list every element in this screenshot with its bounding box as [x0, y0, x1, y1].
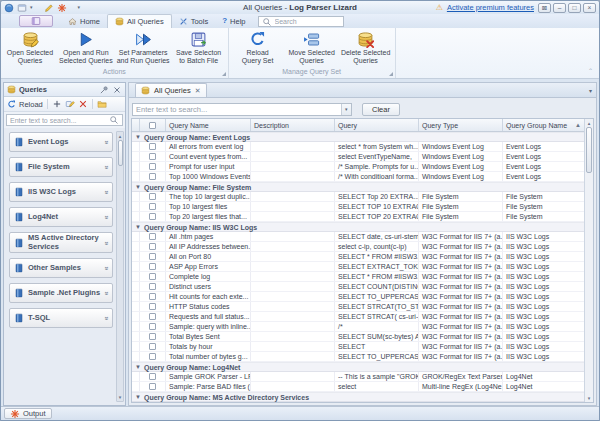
row-checkbox[interactable]: [149, 243, 156, 250]
scroll-down-icon[interactable]: ▾: [119, 394, 122, 400]
scroll-up-icon[interactable]: ▴: [588, 120, 591, 126]
sidebar-item-t-sql[interactable]: T-SQL»: [9, 308, 113, 328]
chevron-double-icon[interactable]: »: [103, 191, 111, 194]
group-row[interactable]: ▼Query Group Name: IIS W3C Logs: [132, 222, 584, 232]
row-checkbox[interactable]: [149, 383, 156, 390]
chevron-double-icon[interactable]: »: [103, 292, 111, 295]
combo-dropdown-button[interactable]: ▾: [341, 104, 352, 115]
table-row[interactable]: Sample GROK Parser - LP...-- This is a s…: [132, 372, 584, 382]
dialog-launcher-icon[interactable]: [389, 72, 393, 76]
group-row[interactable]: ▼Query Group Name: Event Logs: [132, 132, 584, 142]
select-all-checkbox[interactable]: [149, 122, 156, 129]
table-row[interactable]: HTTP Status codesSELECT STRCAT(TO_ST...W…: [132, 302, 584, 312]
reload-icon[interactable]: [7, 100, 16, 109]
table-row[interactable]: Sample: Parse BAD files (...selectMulti-…: [132, 382, 584, 392]
maximize-button[interactable]: □: [568, 3, 581, 13]
row-checkbox[interactable]: [149, 213, 156, 220]
sidebar-item-file-system[interactable]: File System»: [9, 157, 113, 177]
row-checkbox[interactable]: [149, 233, 156, 240]
add-query-icon[interactable]: [52, 99, 62, 109]
table-row[interactable]: Complete logSELECT * FROM #IISW3...W3C F…: [132, 272, 584, 282]
output-button[interactable]: Output: [4, 408, 52, 419]
tab-all-queries[interactable]: All Queries ✕: [135, 83, 207, 97]
table-row[interactable]: Sample: query with inline.../*W3C Format…: [132, 322, 584, 332]
row-checkbox[interactable]: [149, 263, 156, 270]
filter-input[interactable]: [133, 105, 341, 114]
chevron-double-icon[interactable]: »: [103, 141, 111, 144]
row-checkbox[interactable]: [149, 323, 156, 330]
column-header-query-type[interactable]: Query Type: [419, 119, 503, 131]
scroll-down-icon[interactable]: ▾: [588, 395, 591, 401]
folder-icon[interactable]: [97, 99, 107, 109]
reload-query-set-button[interactable]: ReloadQuery Set: [231, 30, 285, 66]
sidebar-item-log4net[interactable]: Log4Net»: [9, 207, 113, 227]
sidebar-item-other-samples[interactable]: Other Samples»: [9, 258, 113, 278]
table-row[interactable]: All .htm pagesSELECT date, cs-uri-stemW3…: [132, 232, 584, 242]
open-and-run-selected-queries-button[interactable]: Open and RunSelected Queries: [57, 30, 115, 66]
grid-vertical-scrollbar[interactable]: ▴ ▾: [584, 119, 593, 402]
group-row[interactable]: ▼Query Group Name: MS Active Directory S…: [132, 392, 584, 402]
row-checkbox[interactable]: [149, 303, 156, 310]
pin-icon[interactable]: [99, 85, 109, 95]
tab-list-dropdown-icon[interactable]: ▾: [589, 87, 592, 94]
collapse-group-icon[interactable]: ▼: [135, 184, 141, 190]
row-checkbox[interactable]: [149, 313, 156, 320]
sidebar-search-input[interactable]: [10, 117, 107, 124]
dialog-launcher-icon[interactable]: [222, 72, 226, 76]
row-checkbox[interactable]: [149, 203, 156, 210]
sidebar-search-box[interactable]: [6, 114, 123, 126]
column-header-query-group-name[interactable]: Query Group Name▲: [503, 119, 584, 131]
scroll-thumb[interactable]: [586, 127, 592, 173]
column-header-query-name[interactable]: Query Name: [166, 119, 251, 131]
table-row[interactable]: Distinct usersSELECT COUNT(DISTINC...W3C…: [132, 282, 584, 292]
table-row[interactable]: Count event types from...select EventTyp…: [132, 152, 584, 162]
chevron-double-icon[interactable]: »: [103, 216, 111, 219]
ribbon-tab-home[interactable]: Home: [61, 14, 107, 28]
table-row[interactable]: Hit counts for each exte...SELECT TO_UPP…: [132, 292, 584, 302]
open-selected-queries-button[interactable]: Open SelectedQueries: [3, 30, 57, 66]
pencil-icon[interactable]: [44, 3, 54, 13]
table-row[interactable]: Requests and full status...SELECT STRCAT…: [132, 312, 584, 322]
column-header-query[interactable]: Query: [335, 119, 419, 131]
row-checkbox[interactable]: [149, 333, 156, 340]
row-checkbox[interactable]: [149, 343, 156, 350]
set-parameters-and-run-queries-button[interactable]: Set Parametersand Run Queries: [115, 30, 172, 66]
ribbon-tab-all-queries[interactable]: All Queries: [107, 14, 172, 28]
filter-combo[interactable]: ▾: [132, 103, 352, 116]
ribbon-search-box[interactable]: [258, 16, 344, 27]
delete-selected-queries-button[interactable]: Delete SelectedQueries: [339, 30, 393, 66]
table-row[interactable]: Top 1000 Windows Events/* With conditioa…: [132, 172, 584, 182]
row-checkbox[interactable]: [149, 293, 156, 300]
table-row[interactable]: Prompt for user input/* Sample. Prompts …: [132, 162, 584, 172]
table-row[interactable]: All on Port 80SELECT * FROM #IISW3...W3C…: [132, 252, 584, 262]
collapse-ribbon-icon[interactable]: ⌃: [588, 67, 593, 74]
sidebar-item-sample-net-plugins[interactable]: Sample .Net Plugins»: [9, 283, 113, 303]
row-checkbox[interactable]: [149, 153, 156, 160]
row-checkbox[interactable]: [149, 193, 156, 200]
scroll-up-icon[interactable]: ▴: [119, 133, 122, 139]
group-row[interactable]: ▼Query Group Name: File System: [132, 182, 584, 192]
move-selected-queries-button[interactable]: Move SelectedQueries: [285, 30, 339, 66]
edit-pencil-icon[interactable]: [65, 99, 75, 109]
qat-customize-arrow-icon[interactable]: ▾: [78, 5, 81, 10]
table-row[interactable]: ASP App ErrorsSELECT EXTRACT_TOKE...W3C …: [132, 262, 584, 272]
ribbon-search-input[interactable]: [275, 18, 340, 25]
group-row[interactable]: ▼Query Group Name: Log4Net: [132, 362, 584, 372]
chevron-double-icon[interactable]: »: [103, 166, 111, 169]
delete-red-x-icon[interactable]: [78, 99, 88, 109]
save-selecton-to-batch-file-button[interactable]: Save Selectonto Batch File: [172, 30, 226, 66]
star-burst-icon[interactable]: [57, 3, 67, 13]
ribbon-tab-help[interactable]: ?Help: [215, 14, 252, 28]
window-layout-icon[interactable]: [17, 3, 27, 13]
chevron-double-icon[interactable]: »: [103, 317, 111, 320]
reload-button[interactable]: Reload: [19, 100, 43, 109]
collapse-group-icon[interactable]: ▼: [135, 394, 141, 400]
dropdown-arrow-icon[interactable]: ▾: [30, 5, 33, 10]
application-menu-button[interactable]: [19, 15, 53, 27]
row-checkbox[interactable]: [149, 373, 156, 380]
table-row[interactable]: The top 10 largest duplic...SELECT Top 2…: [132, 192, 584, 202]
table-row[interactable]: Total Bytes SentSELECT SUM(sc-bytes) A..…: [132, 332, 584, 342]
ribbon-tab-tools[interactable]: Tools: [172, 14, 216, 28]
scroll-thumb[interactable]: [118, 140, 123, 166]
collapse-group-icon[interactable]: ▼: [135, 134, 141, 140]
